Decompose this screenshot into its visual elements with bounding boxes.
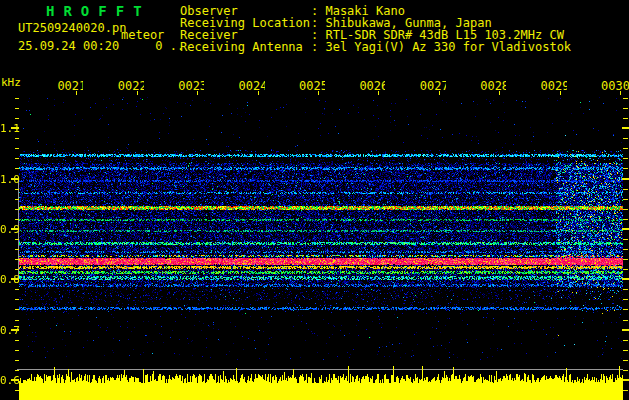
- output-filename: UT2509240020.pn: [18, 21, 126, 35]
- freq-minor-tick: [15, 189, 19, 190]
- freq-minor-tick: [623, 299, 628, 300]
- datetime-count-line: 25.09.24 00:20 0 ..: [18, 39, 184, 53]
- hrofft-output-window: HROFFT UT2509240020.pn meteor 25.09.24 0…: [0, 0, 629, 400]
- freq-minor-tick: [623, 189, 628, 190]
- freq-axis-unit: kHz: [1, 76, 21, 89]
- freq-minor-tick: [15, 138, 19, 139]
- freq-minor-tick: [15, 199, 19, 200]
- freq-minor-tick: [15, 340, 19, 341]
- time-label: 0028: [480, 79, 506, 91]
- freq-minor-tick: [623, 108, 628, 109]
- freq-minor-tick: [623, 370, 628, 371]
- freq-minor-tick: [623, 209, 628, 210]
- freq-minor-tick: [15, 309, 19, 310]
- time-label: 0021: [57, 79, 83, 91]
- info-row: Receiving Antenna: 3el Yagi(V) Az 330 fo…: [180, 41, 571, 53]
- freq-minor-tick: [623, 249, 628, 250]
- freq-minor-tick: [623, 138, 628, 139]
- freq-minor-tick: [15, 269, 19, 270]
- freq-minor-tick: [15, 118, 19, 119]
- station-info-block: Observer: Masaki KanoReceiving Location:…: [180, 5, 571, 53]
- time-label: 0022: [118, 79, 144, 91]
- freq-minor-tick: [623, 118, 628, 119]
- freq-minor-tick: [623, 360, 628, 361]
- freq-minor-tick: [623, 259, 628, 260]
- freq-major-tick: [11, 379, 19, 381]
- freq-major-tick: [11, 329, 19, 331]
- freq-minor-tick: [623, 98, 628, 99]
- time-tick: [499, 91, 500, 95]
- freq-minor-tick: [623, 320, 628, 321]
- time-tick: [197, 91, 198, 95]
- time-tick: [76, 91, 77, 95]
- time-tick: [258, 91, 259, 95]
- freq-major-tick: [11, 127, 19, 129]
- app-title: HROFFT: [46, 3, 151, 19]
- freq-minor-tick: [623, 269, 628, 270]
- freq-major-tick: [622, 329, 629, 331]
- time-label: 0026: [359, 79, 385, 91]
- spectrogram-canvas: [19, 97, 623, 360]
- freq-minor-tick: [15, 239, 19, 240]
- info-value: : 3el Yagi(V) Az 330 for Vladivostok: [311, 41, 571, 53]
- freq-major-tick: [622, 178, 629, 180]
- freq-minor-tick: [623, 199, 628, 200]
- freq-minor-tick: [623, 390, 628, 391]
- time-label: 0025: [299, 79, 325, 91]
- freq-minor-tick: [623, 219, 628, 220]
- freq-minor-tick: [15, 98, 19, 99]
- freq-minor-tick: [15, 299, 19, 300]
- freq-minor-tick: [623, 148, 628, 149]
- freq-major-tick: [622, 379, 629, 381]
- time-tick: [378, 91, 379, 95]
- signal-strength-canvas: [19, 360, 623, 400]
- time-tick: [137, 91, 138, 95]
- time-tick: [620, 91, 621, 95]
- freq-minor-tick: [623, 289, 628, 290]
- freq-major-tick: [11, 178, 19, 180]
- freq-major-tick: [622, 127, 629, 129]
- time-tick: [560, 91, 561, 95]
- freq-major-tick: [622, 278, 629, 280]
- freq-minor-tick: [15, 249, 19, 250]
- freq-major-tick: [11, 228, 19, 230]
- freq-major-tick: [11, 278, 19, 280]
- freq-major-tick: [622, 228, 629, 230]
- time-label: 0027: [420, 79, 446, 91]
- freq-minor-tick: [15, 219, 19, 220]
- freq-minor-tick: [15, 158, 19, 159]
- freq-minor-tick: [15, 289, 19, 290]
- time-tick: [318, 91, 319, 95]
- freq-minor-tick: [15, 350, 19, 351]
- freq-minor-tick: [15, 209, 19, 210]
- freq-minor-tick: [623, 158, 628, 159]
- freq-minor-tick: [15, 148, 19, 149]
- freq-minor-tick: [623, 309, 628, 310]
- freq-minor-tick: [623, 239, 628, 240]
- freq-minor-tick: [15, 320, 19, 321]
- time-label: 0029: [541, 79, 567, 91]
- freq-minor-tick: [623, 340, 628, 341]
- time-label: 0023: [178, 79, 204, 91]
- info-label: Receiving Antenna: [180, 41, 311, 53]
- time-tick: [439, 91, 440, 95]
- freq-minor-tick: [15, 108, 19, 109]
- time-label: 0030: [601, 79, 629, 91]
- freq-minor-tick: [623, 168, 628, 169]
- time-label: 0024: [239, 79, 265, 91]
- freq-minor-tick: [623, 350, 628, 351]
- freq-minor-tick: [15, 259, 19, 260]
- freq-minor-tick: [15, 168, 19, 169]
